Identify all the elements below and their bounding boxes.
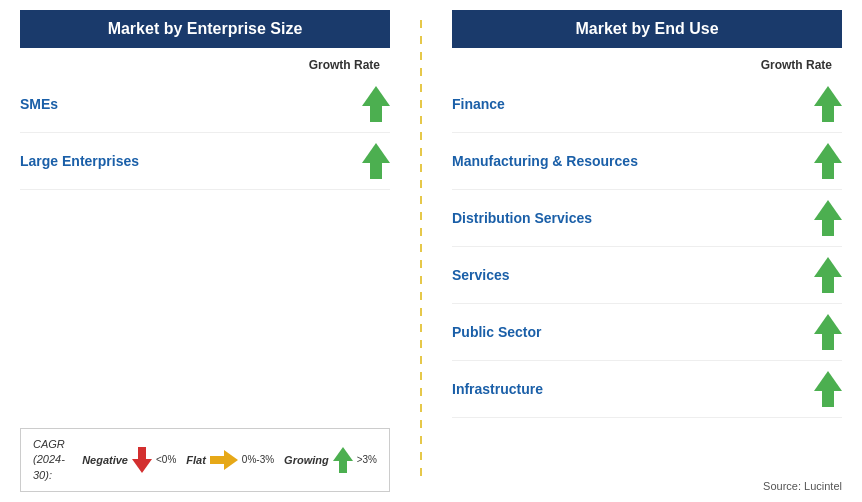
right-row-public: Public Sector (452, 304, 842, 361)
divider (420, 10, 422, 492)
right-row-distribution: Distribution Services (452, 190, 842, 247)
legend-cagr-label: CAGR (2024-30): (33, 437, 70, 483)
legend-box: CAGR (2024-30): Negative <0% Flat 0%-3% (20, 428, 390, 492)
right-row-services: Services (452, 247, 842, 304)
legend-items: Negative <0% Flat 0%-3% Growing >3% (82, 447, 377, 473)
large-growth-arrow-up-icon (362, 143, 390, 179)
negative-arrow-down-icon (132, 447, 152, 473)
legend-growing: Growing >3% (284, 447, 377, 473)
right-label-infrastructure: Infrastructure (452, 381, 543, 397)
right-growth-rate-label: Growth Rate (452, 58, 842, 72)
legend-growing-range: >3% (357, 454, 377, 465)
left-row-smes: SMEs (20, 76, 390, 133)
legend-negative-label: Negative (82, 454, 128, 466)
infrastructure-growth-arrow-up-icon (814, 371, 842, 407)
left-panel: Market by Enterprise Size Growth Rate SM… (20, 10, 410, 492)
page: Market by Enterprise Size Growth Rate SM… (0, 0, 862, 502)
smes-growth-arrow-up-icon (362, 86, 390, 122)
legend-flat-label: Flat (186, 454, 206, 466)
right-panel: Market by End Use Growth Rate Finance Ma… (432, 10, 842, 492)
source-text: Source: Lucintel (452, 480, 842, 492)
legend-growing-label: Growing (284, 454, 329, 466)
right-label-manufacturing: Manufacturing & Resources (452, 153, 638, 169)
left-label-large: Large Enterprises (20, 153, 139, 169)
left-label-smes: SMEs (20, 96, 58, 112)
finance-growth-arrow-up-icon (814, 86, 842, 122)
right-row-finance: Finance (452, 76, 842, 133)
manufacturing-growth-arrow-up-icon (814, 143, 842, 179)
main-content: Market by Enterprise Size Growth Rate SM… (20, 10, 842, 492)
right-header: Market by End Use (452, 10, 842, 48)
right-label-public: Public Sector (452, 324, 541, 340)
flat-arrow-right-icon (210, 450, 238, 470)
public-growth-arrow-up-icon (814, 314, 842, 350)
left-growth-rate-label: Growth Rate (20, 58, 390, 72)
right-label-finance: Finance (452, 96, 505, 112)
distribution-growth-arrow-up-icon (814, 200, 842, 236)
left-header: Market by Enterprise Size (20, 10, 390, 48)
right-row-infrastructure: Infrastructure (452, 361, 842, 418)
legend-flat-range: 0%-3% (242, 454, 274, 465)
left-row-large: Large Enterprises (20, 133, 390, 190)
legend-negative: Negative <0% (82, 447, 176, 473)
right-row-manufacturing: Manufacturing & Resources (452, 133, 842, 190)
dashed-line (420, 20, 422, 482)
growing-arrow-up-icon (333, 447, 353, 473)
legend-negative-range: <0% (156, 454, 176, 465)
legend-flat: Flat 0%-3% (186, 450, 274, 470)
right-label-distribution: Distribution Services (452, 210, 592, 226)
right-label-services: Services (452, 267, 510, 283)
services-growth-arrow-up-icon (814, 257, 842, 293)
